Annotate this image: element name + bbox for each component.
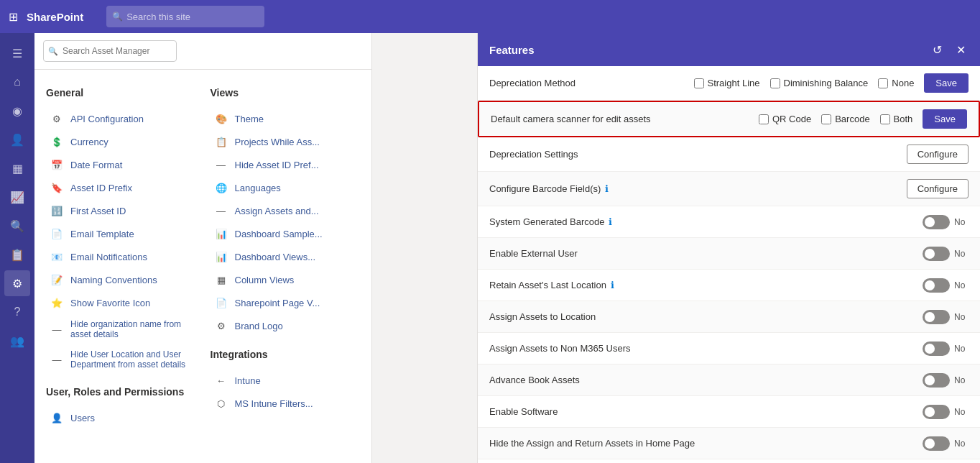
sidebar-item-brand-logo[interactable]: ⚙ Brand Logo [211, 314, 361, 337]
both-input[interactable] [880, 114, 890, 124]
advance-book-toggle[interactable] [923, 373, 950, 388]
sidebar-item-dashboard-views[interactable]: 📊 Dashboard Views... [211, 245, 361, 268]
depreciation-method-label: Depreciation Method [489, 78, 694, 88]
qr-code-input[interactable] [759, 114, 769, 124]
views-section: Views 🎨 Theme 📋 Projects While Ass... — … [211, 81, 361, 429]
sidebar-item-ms-intune[interactable]: ⬡ MS Intune Filters... [211, 392, 361, 415]
refresh-button[interactable]: ↺ [930, 42, 945, 58]
currency-icon: 💲 [50, 135, 63, 148]
none-checkbox[interactable]: None [878, 78, 914, 88]
sidebar-item-theme[interactable]: 🎨 Theme [211, 107, 361, 130]
theme-icon: 🎨 [215, 112, 228, 125]
column-views-label: Column Views [235, 275, 295, 285]
qr-code-checkbox[interactable]: QR Code [759, 114, 811, 124]
system-barcode-info-icon[interactable]: ℹ [609, 216, 612, 227]
diminishing-balance-input[interactable] [770, 78, 780, 88]
asset-manager-search[interactable] [43, 40, 177, 62]
languages-label: Languages [235, 183, 281, 193]
camera-save-button[interactable]: Save [923, 109, 967, 129]
sidebar-icon-users[interactable]: 👥 [4, 328, 30, 354]
sidebar-icon-list[interactable]: 📋 [4, 242, 30, 267]
sidebar-item-column-views[interactable]: ▦ Column Views [211, 268, 361, 291]
straight-line-checkbox[interactable]: Straight Line [694, 78, 760, 88]
none-label: None [892, 78, 914, 88]
enable-external-label: Enable External User [489, 248, 923, 259]
sidebar-item-show-favorite[interactable]: ⭐ Show Favorite Icon [46, 291, 196, 314]
sidebar-icon-home[interactable]: ⌂ [4, 69, 30, 95]
search-icon-top: 🔍 [112, 12, 123, 22]
sidebar-icon-menu[interactable]: ☰ [4, 40, 30, 66]
sidebar-item-date-format[interactable]: 📅 Date Format [46, 153, 196, 176]
enable-software-toggle[interactable] [923, 405, 950, 419]
depreciation-save-button[interactable]: Save [924, 73, 969, 93]
sidebar-item-email-template[interactable]: 📄 Email Template [46, 222, 196, 245]
hide-user-loc-label: Hide User Location and User Department f… [70, 349, 192, 370]
enable-external-toggle[interactable] [923, 247, 950, 261]
asset-id-prefix-label: Asset ID Prefix [70, 183, 132, 193]
sidebar-icon-help[interactable]: ? [4, 299, 30, 325]
default-camera-row: Default camera scanner for edit assets Q… [478, 101, 980, 137]
sidebar-icon-globe[interactable]: ◉ [4, 98, 30, 124]
assign-non-m365-label: Assign Assets to Non M365 Users [489, 343, 923, 354]
sidebar-item-naming-conventions[interactable]: 📝 Naming Conventions [46, 268, 196, 291]
grid-icon[interactable]: ⊞ [9, 10, 18, 24]
asset-search-icon: 🔍 [48, 47, 58, 56]
sidebar-icon-chart[interactable]: ▦ [4, 155, 30, 181]
configure-barcode-button[interactable]: Configure [907, 179, 969, 198]
assign-location-row: Assign Assets to Location No [478, 301, 980, 333]
both-checkbox[interactable]: Both [880, 114, 913, 124]
email-template-icon: 📄 [50, 227, 63, 240]
sidebar-item-assign-assets[interactable]: — Assign Assets and... [211, 199, 361, 222]
brand-logo-icon: ⚙ [215, 319, 228, 332]
naming-conv-icon: 📝 [50, 273, 63, 286]
sidebar-item-languages[interactable]: 🌐 Languages [211, 176, 361, 199]
api-config-icon: ⚙ [50, 112, 63, 125]
close-button[interactable]: ✕ [953, 42, 969, 58]
sidebar-item-api-configuration[interactable]: ⚙ API Configuration [46, 107, 196, 130]
sidebar-item-sharepoint-page[interactable]: 📄 Sharepoint Page V... [211, 291, 361, 314]
hide-assign-return-toggle[interactable] [923, 436, 950, 451]
configure-barcode-info-icon[interactable]: ℹ [605, 183, 609, 194]
system-barcode-text: System Generated Barcode [489, 216, 604, 227]
sidebar-icon-analytics[interactable]: 📈 [4, 184, 30, 210]
diminishing-balance-label: Diminishing Balance [784, 78, 869, 88]
sidebar-item-email-notifications[interactable]: 📧 Email Notifications [46, 245, 196, 268]
dashboard-sample-label: Dashboard Sample... [235, 229, 323, 239]
sidebar-icon-user[interactable]: 👤 [4, 127, 30, 152]
straight-line-input[interactable] [694, 78, 704, 88]
retain-location-toggle-label: No [954, 280, 969, 290]
sidebar-item-first-asset-id[interactable]: 🔢 First Asset ID [46, 199, 196, 222]
search-input[interactable] [106, 6, 264, 27]
sidebar-item-asset-id-prefix[interactable]: 🔖 Asset ID Prefix [46, 176, 196, 199]
sidebar-item-intune[interactable]: ← Intune [211, 369, 361, 392]
sidebar-item-currency[interactable]: 💲 Currency [46, 130, 196, 153]
hide-assign-return-row: Hide the Assign and Return Assets in Hom… [478, 428, 980, 459]
system-barcode-toggle[interactable] [923, 215, 950, 229]
depreciation-settings-configure-button[interactable]: Configure [907, 145, 969, 164]
none-input[interactable] [878, 78, 888, 88]
sidebar-icon-settings[interactable]: ⚙ [4, 270, 30, 296]
barcode-checkbox[interactable]: Barcode [821, 114, 869, 124]
date-format-icon: 📅 [50, 158, 63, 171]
projects-label: Projects While Ass... [235, 137, 320, 147]
retain-location-toggle[interactable] [923, 278, 950, 293]
sidebar-item-hide-user-location[interactable]: — Hide User Location and User Department… [46, 344, 196, 375]
sidebar-item-users[interactable]: 👤 Users [46, 406, 196, 429]
retain-location-label: Retain Asset's Last Location ℹ [489, 280, 923, 290]
retain-location-info-icon[interactable]: ℹ [611, 280, 614, 290]
diminishing-balance-checkbox[interactable]: Diminishing Balance [770, 78, 869, 88]
sidebar-item-dashboard-sample[interactable]: 📊 Dashboard Sample... [211, 222, 361, 245]
assign-assets-label: Assign Assets and... [235, 206, 319, 216]
languages-icon: 🌐 [215, 181, 228, 194]
sidebar-item-hide-org[interactable]: — Hide organization name from asset deta… [46, 314, 196, 344]
assign-non-m365-toggle[interactable] [923, 341, 950, 356]
barcode-input[interactable] [821, 114, 831, 124]
assign-location-toggle[interactable] [923, 310, 950, 324]
first-asset-id-icon: 🔢 [50, 204, 63, 217]
sidebar-item-hide-asset-id[interactable]: — Hide Asset ID Pref... [211, 153, 361, 176]
sidebar-item-projects[interactable]: 📋 Projects While Ass... [211, 130, 361, 153]
column-views-icon: ▦ [215, 273, 228, 286]
search-wrapper: 🔍 [106, 6, 264, 27]
sidebar-icon-search[interactable]: 🔍 [4, 213, 30, 239]
system-barcode-toggle-wrapper: No [923, 215, 969, 229]
